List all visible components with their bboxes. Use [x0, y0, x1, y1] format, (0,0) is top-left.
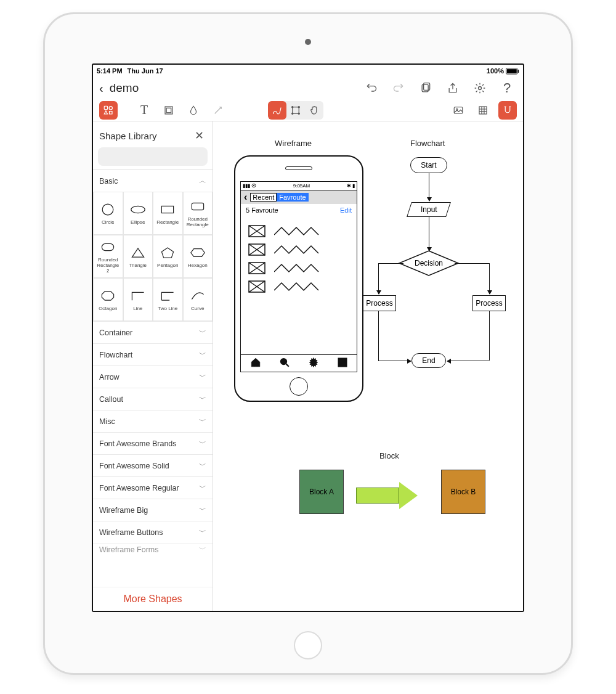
arrow-icon — [455, 263, 489, 264]
svg-rect-3 — [517, 69, 519, 72]
back-button[interactable]: ‹ — [97, 81, 106, 96]
list-item[interactable] — [248, 243, 349, 256]
help-button[interactable]: ? — [498, 80, 516, 97]
phone-speaker — [285, 166, 312, 170]
flowchart-start[interactable]: Start — [410, 157, 447, 173]
block-a[interactable]: Block A — [299, 470, 344, 514]
shape-library-panel: Shape Library ✕ Basic ︿ Circle Ellipse — [93, 121, 213, 611]
chart-icon[interactable] — [337, 357, 348, 370]
block-arrow[interactable] — [356, 482, 418, 509]
connector-button[interactable] — [209, 101, 227, 120]
shape-octagon[interactable]: Octagon — [93, 278, 123, 321]
shape-search-field[interactable] — [98, 147, 208, 166]
svg-rect-23 — [192, 203, 203, 210]
canvas[interactable]: Wireframe Flowchart Block ▮▮▮ ⦿ 9:05AM ✱… — [213, 121, 523, 611]
mode-segment — [268, 101, 323, 120]
image-placeholder-icon — [248, 225, 265, 237]
flowchart-process-left[interactable]: Process — [363, 295, 396, 311]
category-wireframe-buttons[interactable]: Wireframe Buttons﹀ — [93, 521, 213, 543]
shape-curve[interactable]: Curve — [183, 278, 213, 321]
ios-status-bar: 5:14 PM Thu Jun 17 100% — [93, 65, 523, 77]
chevron-up-icon: ︿ — [199, 176, 206, 186]
grid-button[interactable] — [474, 101, 492, 120]
shape-rounded-rectangle[interactable]: Rounded Rectangle — [183, 192, 213, 235]
shapes-panel-button[interactable] — [99, 101, 118, 120]
fill-button[interactable] — [184, 101, 203, 120]
text-placeholder-icon — [274, 226, 323, 236]
share-button[interactable] — [444, 80, 461, 97]
svg-rect-2 — [507, 69, 517, 73]
category-wireframe-forms[interactable]: Wireframe Forms﹀ — [93, 543, 213, 555]
phone-battery-icon: ✱ ▮ — [347, 183, 355, 189]
stroke-style-button[interactable] — [160, 101, 178, 120]
flowchart-input[interactable]: Input — [407, 202, 451, 217]
shape-rectangle[interactable]: Rectangle — [153, 192, 183, 235]
arrow-icon — [378, 311, 379, 361]
phone-home-button[interactable] — [290, 377, 308, 396]
shape-hexagon[interactable]: Hexagon — [183, 235, 213, 278]
category-wireframe-big[interactable]: Wireframe Big﹀ — [93, 499, 213, 521]
shape-library-title: Shape Library — [99, 131, 156, 141]
basic-shapes-grid: Circle Ellipse Rectangle Rounded Rectang… — [93, 192, 213, 321]
flowchart-end[interactable]: End — [411, 353, 446, 368]
pages-button[interactable] — [417, 80, 434, 97]
shape-triangle[interactable]: Triangle — [123, 235, 153, 278]
flowchart-process-right[interactable]: Process — [472, 295, 506, 311]
shape-two-line[interactable]: Two Line — [153, 278, 183, 321]
category-arrow[interactable]: Arrow﹀ — [93, 365, 213, 388]
category-misc[interactable]: Misc﹀ — [93, 410, 213, 432]
pan-mode-button[interactable] — [305, 101, 323, 120]
svg-rect-10 — [166, 108, 171, 113]
close-icon[interactable]: ✕ — [192, 128, 206, 144]
settings-button[interactable] — [471, 80, 488, 97]
select-mode-button[interactable] — [286, 101, 305, 120]
phone-edit-button[interactable]: Edit — [340, 206, 352, 214]
phone-nav-bar: ‹ Recent Favroute — [241, 190, 357, 204]
search-icon[interactable] — [279, 357, 290, 370]
gear-icon[interactable] — [308, 357, 319, 370]
block-b[interactable]: Block B — [441, 470, 485, 514]
arrow-icon — [489, 311, 490, 361]
text-placeholder-icon — [274, 282, 323, 292]
category-container[interactable]: Container﹀ — [93, 321, 213, 343]
chevron-down-icon: ﹀ — [199, 505, 206, 515]
image-button[interactable] — [449, 101, 468, 120]
redo-button[interactable] — [390, 80, 407, 97]
phone-back-icon[interactable]: ‹ — [241, 192, 250, 203]
text-placeholder-icon — [274, 245, 323, 255]
shape-line[interactable]: Line — [123, 278, 153, 321]
shape-search-input[interactable] — [107, 152, 210, 161]
wireframe-phone[interactable]: ▮▮▮ ⦿ 9:05AM ✱ ▮ ‹ Recent Favroute 5 Fav… — [234, 155, 363, 402]
tab-favourite[interactable]: Favroute — [277, 193, 308, 202]
home-icon[interactable] — [250, 357, 261, 370]
shape-pentagon[interactable]: Pentagon — [153, 235, 183, 278]
svg-rect-22 — [162, 206, 174, 213]
battery-percent: 100% — [487, 67, 504, 75]
flowchart-decision[interactable]: Decision — [402, 251, 455, 276]
category-callout[interactable]: Callout﹀ — [93, 388, 213, 410]
text-tool-button[interactable]: T — [135, 101, 153, 120]
snap-button[interactable] — [498, 101, 517, 120]
category-font-awesome-solid[interactable]: Font Awesome Solid﹀ — [93, 454, 213, 476]
category-font-awesome-brands[interactable]: Font Awesome Brands﹀ — [93, 432, 213, 454]
list-item[interactable] — [248, 262, 349, 274]
svg-point-29 — [281, 359, 286, 364]
svg-rect-5 — [424, 83, 430, 91]
list-item[interactable] — [248, 225, 349, 237]
list-item[interactable] — [248, 280, 349, 293]
draw-mode-button[interactable] — [268, 101, 286, 120]
undo-button[interactable] — [363, 80, 380, 97]
category-basic[interactable]: Basic ︿ — [93, 169, 213, 192]
more-shapes-button[interactable]: More Shapes — [93, 587, 213, 611]
shape-ellipse[interactable]: Ellipse — [123, 192, 153, 235]
svg-point-20 — [102, 204, 113, 215]
chevron-down-icon: ﹀ — [199, 416, 206, 427]
shape-circle[interactable]: Circle — [93, 192, 123, 235]
ipad-home-button[interactable] — [294, 631, 322, 659]
chevron-down-icon: ﹀ — [199, 483, 206, 493]
category-font-awesome-regular[interactable]: Font Awesome Regular﹀ — [93, 476, 213, 499]
tab-recent[interactable]: Recent — [250, 193, 277, 202]
category-flowchart[interactable]: Flowchart﹀ — [93, 343, 213, 365]
shape-rounded-rectangle-2[interactable]: Rounded Rectangle 2 — [93, 235, 123, 278]
svg-point-15 — [298, 113, 299, 114]
